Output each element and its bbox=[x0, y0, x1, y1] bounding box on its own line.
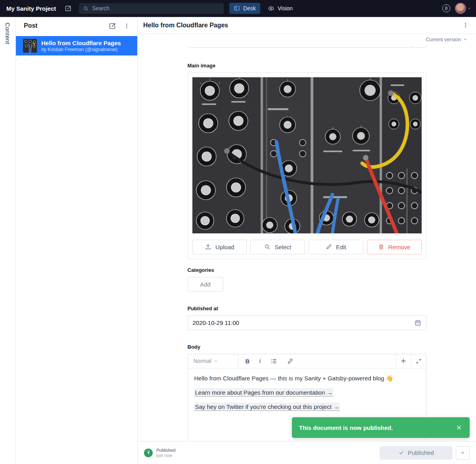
create-post-button[interactable] bbox=[107, 21, 118, 31]
list-item[interactable]: Hello from Cloudflare Pages by Kristian … bbox=[16, 36, 137, 55]
edit-button[interactable]: Edit bbox=[309, 240, 363, 254]
expand-editor-button[interactable] bbox=[411, 354, 426, 368]
form-column: Main image bbox=[188, 45, 426, 441]
body-link[interactable]: Learn more about Pages from our document… bbox=[194, 388, 334, 397]
search-icon bbox=[264, 244, 271, 250]
post-item-subtitle: by Kristian Freeman (@signalnerve) bbox=[41, 47, 121, 53]
document-title: Hello from Cloudflare Pages bbox=[143, 22, 461, 29]
version-selector[interactable]: Current version bbox=[426, 36, 467, 42]
avatar bbox=[455, 3, 466, 14]
notifications-badge[interactable]: 0 bbox=[442, 4, 450, 12]
document-header: Hello from Cloudflare Pages bbox=[138, 17, 476, 34]
publish-menu-button[interactable] bbox=[456, 446, 470, 460]
post-pane-header: Post bbox=[16, 17, 137, 34]
check-icon bbox=[398, 450, 404, 456]
clipped-field[interactable] bbox=[188, 45, 426, 48]
insert-block-button[interactable] bbox=[396, 354, 411, 368]
status-time: just now bbox=[156, 453, 175, 458]
document-form: Main image bbox=[138, 45, 476, 441]
app-body: Content Post Hello from Cloudflare Pages bbox=[0, 17, 476, 464]
pencil-icon bbox=[326, 244, 332, 250]
field-label-main-image: Main image bbox=[188, 63, 426, 69]
publish-toast: This document is now published. bbox=[292, 417, 470, 438]
toast-message: This document is now published. bbox=[299, 424, 455, 431]
toast-close-button[interactable] bbox=[455, 424, 463, 431]
trash-icon bbox=[378, 244, 384, 250]
content-tab-label[interactable]: Content bbox=[4, 23, 11, 464]
link-button[interactable] bbox=[287, 358, 294, 365]
search-icon bbox=[83, 6, 89, 11]
kebab-icon bbox=[123, 23, 130, 29]
upload-label: Upload bbox=[215, 244, 234, 250]
main-image-preview[interactable] bbox=[192, 77, 422, 233]
close-icon bbox=[455, 424, 463, 431]
vision-label: Vision bbox=[278, 5, 293, 11]
compose-icon bbox=[65, 5, 72, 12]
toolbar-right bbox=[396, 354, 426, 368]
field-label-categories: Categories bbox=[188, 267, 426, 273]
field-divider bbox=[411, 45, 412, 47]
search-box[interactable] bbox=[79, 3, 224, 14]
publish-status: Published just now bbox=[156, 448, 175, 458]
bullet-list-button[interactable] bbox=[271, 358, 277, 365]
content-rail: Content bbox=[0, 17, 16, 464]
search-input[interactable] bbox=[92, 5, 220, 11]
chevron-down-icon bbox=[213, 359, 233, 363]
new-document-button[interactable] bbox=[65, 5, 72, 12]
post-list-pane: Post Hello from Cloudflare Pages by Kris… bbox=[16, 17, 138, 464]
main-image-field: Upload Select Edit bbox=[188, 73, 426, 259]
desk-label: Desk bbox=[243, 5, 256, 11]
style-selector[interactable]: Normal bbox=[188, 354, 238, 368]
chevron-down-icon bbox=[460, 450, 465, 455]
chevron-down-icon bbox=[467, 6, 471, 10]
body-paragraph: Hello from Cloudflare Pages — this is my… bbox=[194, 374, 420, 383]
pane-menu-button[interactable] bbox=[122, 21, 132, 31]
tab-vision[interactable]: Vision bbox=[263, 3, 297, 14]
select-button[interactable]: Select bbox=[250, 240, 305, 254]
chevron-down-icon bbox=[463, 37, 467, 42]
user-menu[interactable] bbox=[455, 3, 471, 14]
upload-icon bbox=[205, 244, 211, 250]
publish-button-label: Published bbox=[408, 449, 434, 456]
remove-button[interactable]: Remove bbox=[367, 240, 422, 254]
document-footer: Published just now Published bbox=[138, 441, 476, 464]
version-label: Current version bbox=[426, 36, 461, 42]
eye-icon bbox=[268, 5, 274, 12]
editor-toolbar: Normal B i bbox=[188, 354, 426, 369]
publish-button[interactable]: Published bbox=[380, 446, 453, 460]
published-at-input[interactable] bbox=[193, 319, 415, 326]
edit-label: Edit bbox=[336, 244, 346, 250]
sanity-studio: My Sanity Project Desk Vision 0 Content bbox=[0, 0, 476, 464]
editor-content[interactable]: Hello from Cloudflare Pages — this is my… bbox=[188, 369, 426, 422]
upload-button[interactable]: Upload bbox=[192, 240, 247, 254]
compose-icon bbox=[109, 22, 116, 30]
published-status-icon bbox=[144, 449, 153, 457]
kebab-icon bbox=[462, 22, 469, 29]
desk-icon bbox=[234, 5, 240, 11]
document-menu-button[interactable] bbox=[461, 20, 470, 30]
italic-button[interactable]: i bbox=[259, 357, 261, 365]
pane-title: Post bbox=[24, 22, 107, 29]
field-label-body: Body bbox=[188, 344, 426, 350]
tab-desk[interactable]: Desk bbox=[229, 3, 260, 14]
select-label: Select bbox=[274, 244, 291, 250]
post-item-text: Hello from Cloudflare Pages by Kristian … bbox=[41, 39, 121, 53]
project-title[interactable]: My Sanity Project bbox=[6, 5, 56, 12]
calendar-icon[interactable] bbox=[415, 319, 421, 326]
top-navbar: My Sanity Project Desk Vision 0 bbox=[0, 0, 476, 17]
published-at-field[interactable] bbox=[188, 315, 426, 330]
remove-label: Remove bbox=[388, 244, 411, 250]
post-thumbnail bbox=[23, 39, 37, 53]
body-link[interactable]: Say hey on Twitter if you're checking ou… bbox=[194, 403, 340, 411]
post-item-title: Hello from Cloudflare Pages bbox=[41, 39, 121, 47]
bold-button[interactable]: B bbox=[246, 358, 250, 365]
document-pane: Hello from Cloudflare Pages Current vers… bbox=[138, 17, 476, 464]
add-category-button[interactable]: Add bbox=[188, 277, 223, 292]
field-label-published-at: Published at bbox=[188, 306, 426, 311]
format-buttons: B i bbox=[238, 354, 294, 368]
image-actions: Upload Select Edit bbox=[192, 240, 422, 254]
status-label: Published bbox=[156, 448, 175, 453]
version-row: Current version bbox=[138, 34, 476, 45]
style-value: Normal bbox=[194, 358, 213, 364]
